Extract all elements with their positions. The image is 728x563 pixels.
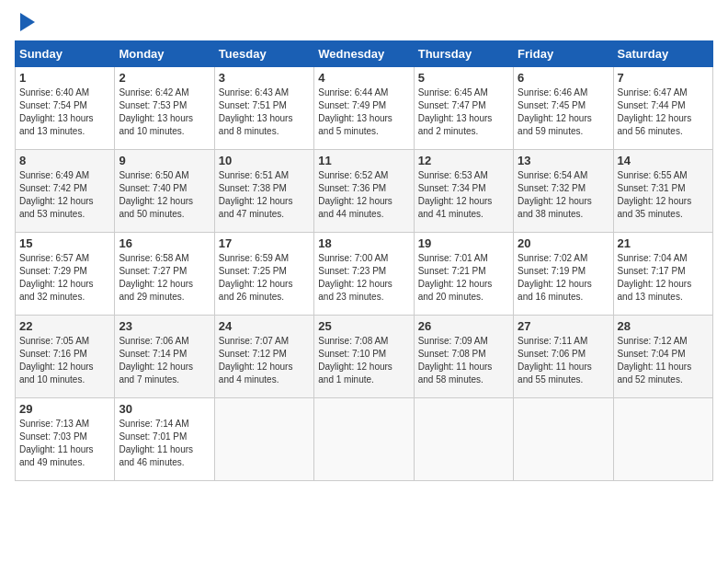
header-sunday: Sunday xyxy=(16,41,115,67)
header-thursday: Thursday xyxy=(414,41,513,67)
calendar-cell: 22Sunrise: 7:05 AMSunset: 7:16 PMDayligh… xyxy=(16,316,115,398)
calendar-cell: 30Sunrise: 7:14 AMSunset: 7:01 PMDayligh… xyxy=(115,398,214,481)
calendar-cell: 28Sunrise: 7:12 AMSunset: 7:04 PMDayligh… xyxy=(613,316,712,398)
header-friday: Friday xyxy=(514,41,613,67)
calendar-cell xyxy=(314,398,414,481)
calendar-cell xyxy=(613,398,712,481)
calendar-body: 1Sunrise: 6:40 AMSunset: 7:54 PMDaylight… xyxy=(16,67,713,481)
day-info: Sunrise: 7:04 AMSunset: 7:17 PMDaylight:… xyxy=(618,252,709,304)
calendar-week-4: 22Sunrise: 7:05 AMSunset: 7:16 PMDayligh… xyxy=(16,316,713,398)
day-number: 3 xyxy=(219,71,310,85)
day-info: Sunrise: 7:14 AMSunset: 7:01 PMDaylight:… xyxy=(119,418,210,469)
calendar-cell: 6Sunrise: 6:46 AMSunset: 7:45 PMDaylight… xyxy=(514,67,613,150)
calendar-cell: 25Sunrise: 7:08 AMSunset: 7:10 PMDayligh… xyxy=(314,316,414,398)
day-info: Sunrise: 6:55 AMSunset: 7:31 PMDaylight:… xyxy=(618,169,709,221)
day-info: Sunrise: 6:50 AMSunset: 7:40 PMDaylight:… xyxy=(119,169,210,221)
calendar-week-3: 15Sunrise: 6:57 AMSunset: 7:29 PMDayligh… xyxy=(16,233,713,316)
day-info: Sunrise: 7:12 AMSunset: 7:04 PMDaylight:… xyxy=(618,335,709,386)
day-info: Sunrise: 6:44 AMSunset: 7:49 PMDaylight:… xyxy=(318,86,409,138)
day-number: 7 xyxy=(618,71,709,85)
calendar-cell: 3Sunrise: 6:43 AMSunset: 7:51 PMDaylight… xyxy=(214,67,313,150)
day-number: 29 xyxy=(19,402,110,416)
day-number: 4 xyxy=(318,71,409,85)
calendar-cell: 20Sunrise: 7:02 AMSunset: 7:19 PMDayligh… xyxy=(514,233,613,316)
day-number: 26 xyxy=(418,319,509,333)
header-monday: Monday xyxy=(115,41,214,67)
day-info: Sunrise: 7:05 AMSunset: 7:16 PMDaylight:… xyxy=(19,335,110,386)
day-info: Sunrise: 6:46 AMSunset: 7:45 PMDaylight:… xyxy=(518,86,609,138)
day-number: 1 xyxy=(19,71,110,85)
logo-arrow-icon xyxy=(20,13,35,31)
calendar-cell: 23Sunrise: 7:06 AMSunset: 7:14 PMDayligh… xyxy=(115,316,214,398)
day-info: Sunrise: 7:09 AMSunset: 7:08 PMDaylight:… xyxy=(418,335,509,386)
calendar-cell: 8Sunrise: 6:49 AMSunset: 7:42 PMDaylight… xyxy=(16,150,115,233)
day-number: 13 xyxy=(518,154,609,167)
day-number: 10 xyxy=(219,154,310,167)
day-number: 6 xyxy=(518,71,609,85)
day-number: 28 xyxy=(618,319,709,333)
day-info: Sunrise: 7:11 AMSunset: 7:06 PMDaylight:… xyxy=(518,335,609,386)
day-number: 21 xyxy=(618,236,709,250)
calendar-table: SundayMondayTuesdayWednesdayThursdayFrid… xyxy=(15,40,713,481)
calendar-week-2: 8Sunrise: 6:49 AMSunset: 7:42 PMDaylight… xyxy=(16,150,713,233)
day-info: Sunrise: 6:45 AMSunset: 7:47 PMDaylight:… xyxy=(418,86,509,138)
calendar-cell: 16Sunrise: 6:58 AMSunset: 7:27 PMDayligh… xyxy=(115,233,214,316)
calendar-cell: 27Sunrise: 7:11 AMSunset: 7:06 PMDayligh… xyxy=(514,316,613,398)
day-info: Sunrise: 7:13 AMSunset: 7:03 PMDaylight:… xyxy=(19,418,110,469)
day-number: 22 xyxy=(19,319,110,333)
day-number: 9 xyxy=(119,154,210,167)
calendar-cell xyxy=(414,398,513,481)
day-info: Sunrise: 6:43 AMSunset: 7:51 PMDaylight:… xyxy=(219,86,310,138)
day-number: 12 xyxy=(418,154,509,167)
calendar-cell: 10Sunrise: 6:51 AMSunset: 7:38 PMDayligh… xyxy=(214,150,313,233)
calendar-cell: 11Sunrise: 6:52 AMSunset: 7:36 PMDayligh… xyxy=(314,150,414,233)
day-info: Sunrise: 6:57 AMSunset: 7:29 PMDaylight:… xyxy=(19,252,110,304)
page-header xyxy=(15,15,713,31)
calendar-cell: 15Sunrise: 6:57 AMSunset: 7:29 PMDayligh… xyxy=(16,233,115,316)
calendar-week-5: 29Sunrise: 7:13 AMSunset: 7:03 PMDayligh… xyxy=(16,398,713,481)
calendar-header-row: SundayMondayTuesdayWednesdayThursdayFrid… xyxy=(16,41,713,67)
day-number: 5 xyxy=(418,71,509,85)
day-number: 24 xyxy=(219,319,310,333)
day-info: Sunrise: 6:58 AMSunset: 7:27 PMDaylight:… xyxy=(119,252,210,304)
day-info: Sunrise: 6:53 AMSunset: 7:34 PMDaylight:… xyxy=(418,169,509,221)
calendar-cell: 5Sunrise: 6:45 AMSunset: 7:47 PMDaylight… xyxy=(414,67,513,150)
day-info: Sunrise: 6:40 AMSunset: 7:54 PMDaylight:… xyxy=(19,86,110,138)
day-info: Sunrise: 6:42 AMSunset: 7:53 PMDaylight:… xyxy=(119,86,210,138)
day-number: 20 xyxy=(518,236,609,250)
day-number: 30 xyxy=(119,402,210,416)
calendar-cell xyxy=(514,398,613,481)
calendar-cell: 24Sunrise: 7:07 AMSunset: 7:12 PMDayligh… xyxy=(214,316,313,398)
day-info: Sunrise: 7:07 AMSunset: 7:12 PMDaylight:… xyxy=(219,335,310,386)
day-number: 25 xyxy=(318,319,409,333)
header-wednesday: Wednesday xyxy=(314,41,414,67)
day-info: Sunrise: 7:02 AMSunset: 7:19 PMDaylight:… xyxy=(518,252,609,304)
logo xyxy=(15,15,35,31)
day-number: 8 xyxy=(19,154,110,167)
day-info: Sunrise: 7:08 AMSunset: 7:10 PMDaylight:… xyxy=(318,335,409,386)
calendar-cell: 19Sunrise: 7:01 AMSunset: 7:21 PMDayligh… xyxy=(414,233,513,316)
day-number: 16 xyxy=(119,236,210,250)
calendar-week-1: 1Sunrise: 6:40 AMSunset: 7:54 PMDaylight… xyxy=(16,67,713,150)
calendar-cell: 18Sunrise: 7:00 AMSunset: 7:23 PMDayligh… xyxy=(314,233,414,316)
day-info: Sunrise: 6:52 AMSunset: 7:36 PMDaylight:… xyxy=(318,169,409,221)
day-number: 27 xyxy=(518,319,609,333)
day-info: Sunrise: 7:00 AMSunset: 7:23 PMDaylight:… xyxy=(318,252,409,304)
day-number: 19 xyxy=(418,236,509,250)
calendar-cell: 17Sunrise: 6:59 AMSunset: 7:25 PMDayligh… xyxy=(214,233,313,316)
day-number: 14 xyxy=(618,154,709,167)
calendar-cell: 26Sunrise: 7:09 AMSunset: 7:08 PMDayligh… xyxy=(414,316,513,398)
day-number: 2 xyxy=(119,71,210,85)
calendar-cell: 2Sunrise: 6:42 AMSunset: 7:53 PMDaylight… xyxy=(115,67,214,150)
header-tuesday: Tuesday xyxy=(214,41,313,67)
day-info: Sunrise: 6:54 AMSunset: 7:32 PMDaylight:… xyxy=(518,169,609,221)
day-info: Sunrise: 6:49 AMSunset: 7:42 PMDaylight:… xyxy=(19,169,110,221)
day-number: 17 xyxy=(219,236,310,250)
calendar-cell: 29Sunrise: 7:13 AMSunset: 7:03 PMDayligh… xyxy=(16,398,115,481)
calendar-cell: 9Sunrise: 6:50 AMSunset: 7:40 PMDaylight… xyxy=(115,150,214,233)
calendar-cell: 1Sunrise: 6:40 AMSunset: 7:54 PMDaylight… xyxy=(16,67,115,150)
day-number: 15 xyxy=(19,236,110,250)
header-saturday: Saturday xyxy=(613,41,712,67)
day-number: 23 xyxy=(119,319,210,333)
day-info: Sunrise: 6:59 AMSunset: 7:25 PMDaylight:… xyxy=(219,252,310,304)
